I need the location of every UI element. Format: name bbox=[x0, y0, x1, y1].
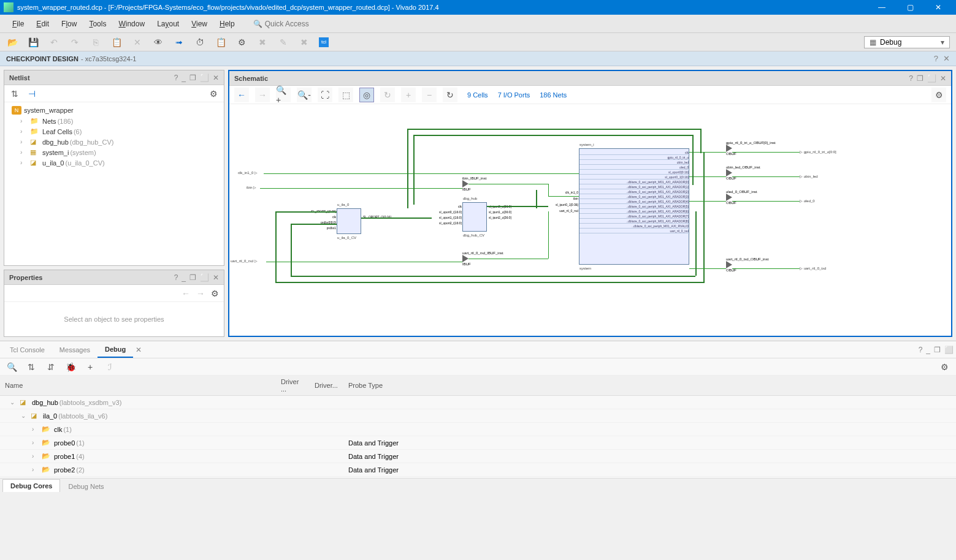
net-wire[interactable] bbox=[413, 135, 692, 136]
chevron-icon[interactable]: › bbox=[32, 439, 39, 446]
step-icon[interactable]: ➟ bbox=[173, 36, 185, 48]
select-icon[interactable]: ◎ bbox=[359, 88, 374, 102]
clipboard-icon[interactable]: 📋 bbox=[215, 36, 227, 48]
back-icon[interactable]: ← bbox=[182, 289, 190, 298]
regenerate-icon[interactable]: ↻ bbox=[443, 88, 457, 102]
chevron-right-icon[interactable]: › bbox=[20, 149, 28, 156]
table-row[interactable]: › 📂 probe0 (1)Data and Trigger bbox=[0, 436, 956, 450]
quick-access[interactable]: 🔍 bbox=[253, 20, 326, 28]
timer-icon[interactable]: ⏱ bbox=[194, 36, 206, 48]
net-wire[interactable] bbox=[361, 218, 432, 219]
gear-icon[interactable]: ⚙ bbox=[208, 88, 219, 99]
menu-flow[interactable]: Flow bbox=[55, 17, 83, 31]
net-wire[interactable] bbox=[260, 188, 462, 189]
maximize-button[interactable]: ▢ bbox=[896, 0, 924, 15]
gear-icon[interactable]: ⚙ bbox=[211, 289, 219, 298]
ports-count[interactable]: 7 I/O Ports bbox=[498, 91, 530, 99]
net-wire[interactable] bbox=[266, 262, 462, 262]
expand-icon[interactable]: ⇵ bbox=[45, 361, 56, 373]
minimize-button[interactable]: — bbox=[868, 0, 896, 15]
net-wire[interactable] bbox=[275, 211, 337, 213]
netlist-tree[interactable]: N system_wrapper › 📁 Nets (186) › 📁 Leaf… bbox=[4, 102, 224, 170]
menu-window[interactable]: Window bbox=[112, 17, 151, 31]
chevron-icon[interactable]: › bbox=[32, 466, 39, 473]
forward-icon[interactable]: → bbox=[255, 88, 270, 102]
paste-icon[interactable]: 📋 bbox=[110, 36, 123, 48]
net-wire[interactable] bbox=[275, 211, 277, 283]
subtab-debug-nets[interactable]: Debug Nets bbox=[60, 480, 112, 493]
maximize-icon[interactable]: ⬜ bbox=[944, 346, 954, 354]
zoom-fit-icon[interactable]: ⛶ bbox=[318, 88, 332, 102]
cancel-icon[interactable]: ✖ bbox=[256, 36, 269, 48]
block-system-i[interactable]: system_i system clk_in1_0 ibtn sl_iport0… bbox=[579, 148, 689, 265]
undo-icon[interactable]: ↶ bbox=[48, 36, 60, 48]
tree-item-system-i[interactable]: › ▦ system_i (system) bbox=[4, 147, 224, 157]
net-wire[interactable] bbox=[689, 152, 726, 153]
block-obuf-oled[interactable]: oled_0_OBUF_inst OBUF bbox=[726, 190, 757, 205]
chevron-icon[interactable]: ⌄ bbox=[10, 399, 17, 406]
table-row[interactable]: › 📂 clk (1) bbox=[0, 423, 956, 436]
port-uart-rxd[interactable]: uart_rtl_0_rxd ▷ bbox=[231, 259, 258, 263]
menu-tools[interactable]: Tools bbox=[83, 17, 112, 31]
debug-table[interactable]: Name Driver ... Driver... Probe Type ⌄ ◪… bbox=[0, 376, 956, 478]
pin-icon[interactable]: ⊣ bbox=[26, 88, 37, 99]
net-wire[interactable] bbox=[695, 211, 697, 276]
help-icon[interactable]: ? bbox=[919, 346, 923, 354]
back-icon[interactable]: ← bbox=[234, 88, 249, 102]
tcl-icon[interactable]: tcl bbox=[319, 37, 329, 47]
col-driver1[interactable]: Driver ... bbox=[276, 376, 310, 396]
chevron-right-icon[interactable]: › bbox=[20, 138, 28, 145]
help-icon[interactable]: ? bbox=[174, 273, 178, 282]
close-icon[interactable]: ✕ bbox=[213, 273, 219, 282]
menu-edit[interactable]: Edit bbox=[30, 17, 55, 31]
restore-icon[interactable]: ❐ bbox=[189, 273, 196, 282]
col-name[interactable]: Name bbox=[0, 376, 276, 396]
net-wire[interactable] bbox=[291, 276, 695, 277]
port-clk-in[interactable]: clk_in1_0 ▷ bbox=[238, 170, 258, 175]
table-row[interactable]: ⌄ ◪ dbg_hub (labtools_xsdbm_v3) bbox=[0, 396, 956, 409]
restore-icon[interactable]: ❐ bbox=[934, 346, 941, 354]
net-wire[interactable] bbox=[732, 268, 800, 269]
collapse-icon[interactable]: ⇅ bbox=[9, 88, 20, 99]
block-dbg-hub[interactable]: dbg_hub dbg_hub_CV clk sl_oport0_i[16:0]… bbox=[462, 202, 487, 232]
net-wire[interactable] bbox=[468, 184, 548, 184]
net-wire[interactable] bbox=[413, 135, 415, 205]
refresh-icon[interactable]: ↻ bbox=[380, 88, 395, 102]
edit-icon[interactable]: ✎ bbox=[277, 36, 289, 48]
block-obuf-gpio[interactable]: gpio_rtl_0_tri_o_OBUF[0]_inst OBUF bbox=[726, 141, 776, 156]
net-wire[interactable] bbox=[732, 176, 800, 177]
chevron-right-icon[interactable]: › bbox=[20, 118, 28, 124]
zoom-out-icon[interactable]: 🔍- bbox=[297, 88, 312, 102]
net-wire[interactable] bbox=[291, 224, 292, 276]
col-driver2[interactable]: Driver... bbox=[310, 376, 343, 396]
add-icon[interactable]: + bbox=[401, 88, 416, 102]
net-wire[interactable] bbox=[407, 129, 702, 130]
menu-layout[interactable]: Layout bbox=[151, 17, 185, 31]
net-wire[interactable] bbox=[548, 196, 579, 197]
block-obuf-uart-txd[interactable]: uart_rtl_0_txd_OBUF_inst OBUF bbox=[726, 257, 768, 272]
net-wire[interactable] bbox=[536, 190, 537, 208]
net-wire[interactable] bbox=[548, 184, 549, 196]
tab-debug[interactable]: Debug bbox=[98, 342, 133, 358]
menu-file[interactable]: File bbox=[6, 17, 30, 31]
minimize-icon[interactable]: _ bbox=[182, 74, 186, 82]
collapse-icon[interactable]: ⇅ bbox=[26, 361, 37, 373]
cancel2-icon[interactable]: ✖ bbox=[298, 36, 310, 48]
gear-icon[interactable]: ⚙ bbox=[939, 361, 950, 373]
table-row[interactable]: › 📂 probe2 (2)Data and Trigger bbox=[0, 463, 956, 477]
find-icon[interactable]: 👁 bbox=[152, 36, 164, 48]
restore-icon[interactable]: ❐ bbox=[917, 74, 923, 83]
cells-count[interactable]: 9 Cells bbox=[467, 91, 488, 99]
remove-icon[interactable]: − bbox=[422, 88, 437, 102]
col-probe-type[interactable]: Probe Type bbox=[343, 376, 956, 396]
net-wire[interactable] bbox=[264, 173, 579, 174]
block-obuf-obtn[interactable]: obtn_led_OBUF_inst OBUF bbox=[726, 165, 760, 180]
help-icon[interactable]: ? bbox=[934, 54, 938, 63]
search-icon[interactable]: 🔍 bbox=[6, 361, 17, 373]
net-wire[interactable] bbox=[689, 201, 726, 202]
close-icon[interactable]: ✕ bbox=[940, 74, 946, 83]
quick-access-input[interactable] bbox=[265, 20, 326, 28]
help-icon[interactable]: ? bbox=[909, 74, 913, 83]
table-row[interactable]: › 📂 probe1 (4)Data and Trigger bbox=[0, 450, 956, 463]
close-button[interactable]: ✕ bbox=[924, 0, 952, 15]
